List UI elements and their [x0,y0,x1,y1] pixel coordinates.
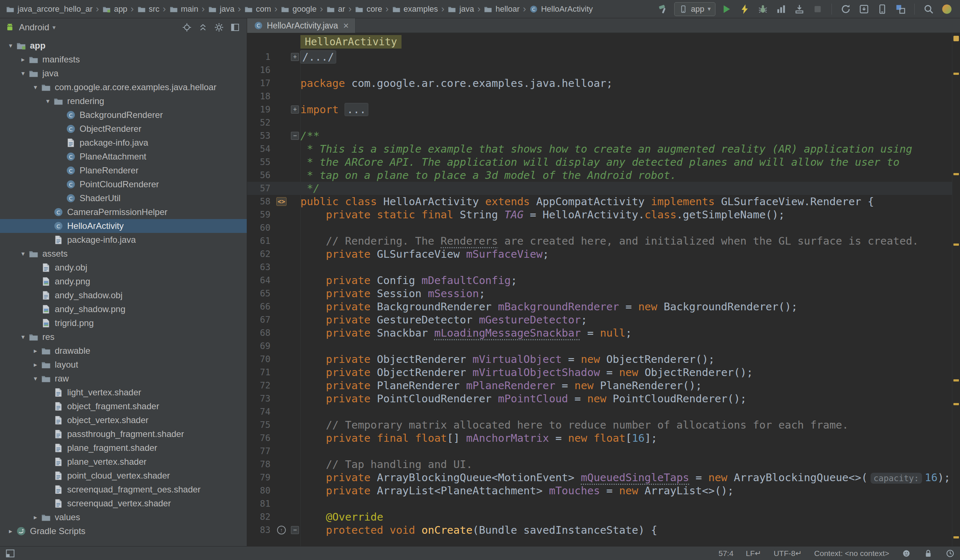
tree-item-values[interactable]: ▸values [0,510,247,524]
gradle-sync-button[interactable] [838,2,853,16]
breadcrumb-item-com[interactable]: com [244,4,271,14]
code-text[interactable]: private BackgroundRenderer mBackgroundRe… [301,301,798,313]
tree-item-manifests[interactable]: ▸manifests [0,53,247,66]
apply-changes-button[interactable] [738,2,752,16]
toolwindow-switcher-icon[interactable] [5,548,15,558]
code-text[interactable]: // Tap handling and UI. [301,458,472,470]
tree-item-shaderutil[interactable]: CShaderUtil [0,191,247,205]
line-number[interactable]: 17 [247,78,274,88]
line-number[interactable]: 62 [247,249,274,259]
line-number[interactable]: 72 [247,381,274,390]
tree-collapse-arrow-icon[interactable]: ▾ [30,83,41,91]
breadcrumb-item-src[interactable]: src [137,4,160,14]
line-number[interactable]: 75 [247,420,274,430]
tree-collapse-arrow-icon[interactable]: ▾ [18,250,29,258]
highlighting-level-icon[interactable] [902,549,911,558]
line-number[interactable]: 68 [247,328,274,338]
code-text[interactable]: private ObjectRenderer mVirtualObjectSha… [301,366,753,379]
warning-stripe-mark[interactable] [954,173,959,175]
tree-item-rendering[interactable]: ▾rendering [0,94,247,108]
fold-collapse-icon[interactable]: − [290,526,301,534]
line-number[interactable]: 63 [247,262,274,272]
tree-collapse-arrow-icon[interactable]: ▾ [30,374,41,382]
line-number[interactable]: 80 [247,486,274,496]
locate-button[interactable] [179,21,194,34]
line-number[interactable]: 65 [247,288,274,299]
tree-item-raw[interactable]: ▾raw [0,372,247,386]
breadcrumb-item-helloar[interactable]: helloar [484,4,519,14]
tree-item-plane-vertex-shader[interactable]: plane_vertex.shader [0,455,247,469]
code-text[interactable]: package com.google.ar.core.examples.java… [301,77,613,90]
tree-item-andy-shadow-png[interactable]: andy_shadow.png [0,302,247,316]
hide-panel-button[interactable] [228,21,242,34]
code-text[interactable]: protected void onCreate(Bundle savedInst… [301,524,658,536]
tree-item-assets[interactable]: ▾assets [0,247,247,261]
line-number[interactable]: 69 [247,341,274,351]
run-config-select[interactable]: app▾ [674,2,715,16]
tree-item-planerenderer[interactable]: CPlaneRenderer [0,163,247,178]
caret-position-widget[interactable]: 57:4 [718,549,733,558]
line-number[interactable]: 55 [247,157,274,167]
tree-item-java[interactable]: ▾java [0,66,247,80]
tree-item-objectrenderer[interactable]: CObjectRenderer [0,122,247,136]
code-text[interactable]: @Override [301,511,383,523]
line-number[interactable]: 58 [247,197,274,206]
tree-item-camerapermissionhelper[interactable]: CCameraPermissionHelper [0,205,247,219]
tree-expand-arrow-icon[interactable]: ▸ [30,347,41,355]
code-text[interactable]: private GestureDetector mGestureDetector… [301,314,587,326]
line-number[interactable]: 78 [247,459,274,469]
code-text[interactable]: private Config mDefaultConfig; [301,274,517,286]
code-text[interactable]: private static final String TAG = HelloA… [301,208,785,221]
fold-expand-icon[interactable]: + [290,106,301,114]
line-number[interactable]: 19 [247,104,274,115]
breadcrumb-item-app[interactable]: app [102,4,127,14]
tree-item-app[interactable]: ▾app [0,39,247,53]
line-number[interactable]: 53 [247,131,274,141]
tree-item-screenquad-vertex-shader[interactable]: screenquad_vertex.shader [0,496,247,510]
tree-item-package-info-java[interactable]: package-info.java [0,136,247,150]
line-number[interactable]: 16 [247,65,274,75]
run-button[interactable] [719,2,734,16]
code-text[interactable]: private ArrayList<PlaneAttachment> mTouc… [301,485,734,497]
fold-collapse-icon[interactable]: − [290,132,301,140]
breadcrumb-item-core[interactable]: core [355,4,382,14]
tree-item-andy-png[interactable]: andy.png [0,275,247,288]
tree-item-light-vertex-shader[interactable]: light_vertex.shader [0,386,247,399]
line-number[interactable]: 57 [247,183,274,194]
line-number[interactable]: 67 [247,315,274,325]
override-gutter-icon[interactable]: ↑ [274,523,290,537]
line-number[interactable]: 74 [247,407,274,417]
line-number[interactable]: 18 [247,91,274,101]
tree-item-pointcloudrenderer[interactable]: CPointCloudRenderer [0,178,247,191]
tree-expand-arrow-icon[interactable]: ▸ [5,527,16,535]
line-number[interactable]: 73 [247,394,274,404]
profiler-button[interactable] [774,2,789,16]
tree-item-layout[interactable]: ▸layout [0,358,247,372]
breadcrumb-item-java[interactable]: java [208,4,234,14]
breadcrumb-class-chip[interactable]: HelloArActivity [301,35,402,48]
line-number[interactable]: 54 [247,144,274,154]
tree-expand-arrow-icon[interactable]: ▸ [30,513,41,521]
line-number[interactable]: 60 [247,223,274,233]
line-number[interactable]: 76 [247,433,274,443]
tree-expand-arrow-icon[interactable]: ▸ [18,56,29,64]
readonly-lock-icon[interactable] [923,549,933,558]
code-text[interactable]: * tap on a plane to place a 3d model of … [301,169,676,181]
tree-item-object-fragment-shader[interactable]: object_fragment.shader [0,399,247,413]
inspections-status-icon[interactable] [954,36,959,41]
tree-item-backgroundrenderer[interactable]: CBackgroundRenderer [0,108,247,122]
code-text[interactable]: */ [301,182,319,195]
line-number[interactable]: 52 [247,118,274,128]
breadcrumb-item-main[interactable]: main [170,4,198,14]
breadcrumb-item-google[interactable]: google [281,4,317,14]
warning-stripe-mark[interactable] [954,379,959,381]
tree-item-screenquad-fragment-oes-shader[interactable]: screenquad_fragment_oes.shader [0,483,247,496]
tree-item-point-cloud-vertex-shader[interactable]: point_cloud_vertex.shader [0,469,247,483]
apk-install-button[interactable] [792,2,807,16]
tree-item-trigrid-png[interactable]: trigrid.png [0,316,247,330]
tree-item-andy-obj[interactable]: andy.obj [0,261,247,275]
tree-item-gradle-scripts[interactable]: ▸Gradle Scripts [0,524,247,538]
code-text[interactable]: * This is a simple example that shows ho… [301,143,912,155]
tree-item-plane-fragment-shader[interactable]: plane_fragment.shader [0,441,247,455]
line-number[interactable]: 71 [247,367,274,378]
